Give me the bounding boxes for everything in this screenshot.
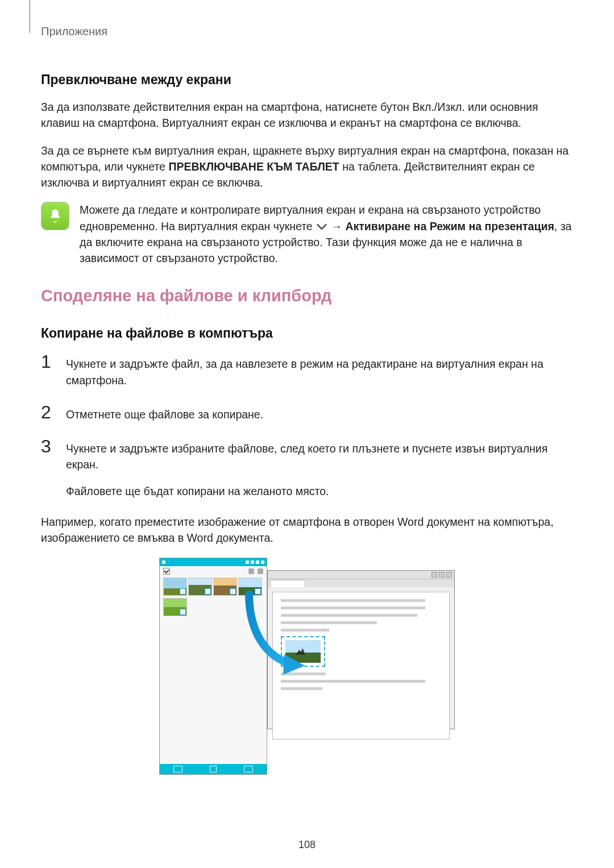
- thumbnail: [163, 598, 187, 616]
- window-controls: [268, 571, 454, 579]
- illustration-browser: [267, 570, 455, 729]
- text: Чукнете и задръжте избраните файлове, сл…: [66, 441, 573, 473]
- window-min-icon: [432, 572, 437, 578]
- glyph-icon: [258, 568, 263, 574]
- header-rule: [30, 0, 30, 33]
- para-switch-2: За да се върнете към виртуалния екран, щ…: [41, 143, 573, 191]
- phone-titlebar: [160, 558, 267, 566]
- step-1: 1 Чукнете и задръжте файл, за да навлезе…: [41, 352, 573, 388]
- text-line: [281, 599, 425, 602]
- check-icon: [255, 588, 261, 595]
- note-block: Можете да гледате и контролирате виртуал…: [41, 202, 573, 266]
- phone-thumbnails: [160, 575, 267, 618]
- step-number: 3: [41, 437, 57, 455]
- thumbnail: [188, 578, 212, 596]
- check-icon: [180, 609, 186, 615]
- step-number: 1: [41, 352, 57, 371]
- step-text: Отметнете още файлове за копиране.: [66, 403, 263, 422]
- text-line: [281, 680, 425, 683]
- text-line: [281, 607, 425, 609]
- text: →: [328, 220, 345, 232]
- text-line: [281, 614, 417, 617]
- nav-recent-icon: [173, 766, 182, 773]
- thumbnail: [163, 578, 187, 596]
- step-2: 2 Отметнете още файлове за копиране.: [41, 403, 573, 422]
- dropped-image: [285, 640, 321, 663]
- para-example: Например, когато преместите изображение …: [41, 514, 573, 546]
- check-icon: [180, 588, 186, 595]
- glyph-icon: [248, 568, 254, 574]
- bell-icon: [41, 202, 69, 230]
- note-text: Можете да гледате и контролирате виртуал…: [80, 202, 573, 266]
- heading-copy-files: Копиране на файлове в компютъра: [41, 326, 573, 341]
- step-text: Чукнете и задръжте файл, за да навлезете…: [66, 352, 573, 388]
- text-bold-switch-tablet: ПРЕВКЛЮЧВАНЕ КЪМ ТАБЛЕТ: [168, 160, 339, 173]
- nav-home-icon: [210, 766, 217, 773]
- document-body: [272, 592, 450, 740]
- para-switch-1: За да използвате действителния екран на …: [41, 99, 573, 131]
- check-icon: [205, 588, 211, 595]
- heading-switch-screens: Превключване между екрани: [41, 72, 573, 88]
- thumbnail: [238, 578, 262, 596]
- chevron-down-icon: [316, 221, 328, 233]
- nav-back-icon: [244, 766, 253, 773]
- drop-target: [281, 636, 325, 667]
- browser-tab: [270, 580, 305, 587]
- illustration-drag-drop: [159, 558, 455, 784]
- text-line: [281, 629, 329, 632]
- text: Файловете ще бъдат копирани на желаното …: [66, 483, 573, 499]
- heading-share-files: Споделяне на файлове и клипборд: [41, 286, 573, 305]
- check-icon: [230, 588, 236, 595]
- window-max-icon: [439, 572, 445, 578]
- steps-list: 1 Чукнете и задръжте файл, за да навлезе…: [41, 352, 573, 499]
- illustration-phone: [159, 558, 267, 775]
- step-text: Чукнете и задръжте избраните файлове, сл…: [66, 437, 573, 499]
- page-number: 108: [0, 839, 614, 851]
- checkbox-icon: [163, 568, 170, 575]
- phone-navbar: [160, 764, 267, 774]
- text-line: [281, 672, 326, 675]
- step-3: 3 Чукнете и задръжте избраните файлове, …: [41, 437, 573, 499]
- thumbnail: [213, 578, 237, 596]
- window-close-icon: [446, 572, 452, 578]
- phone-toolbar: [160, 566, 267, 575]
- text-line: [281, 621, 377, 624]
- step-number: 2: [41, 403, 57, 421]
- text-line: [281, 687, 322, 690]
- text-bold-presentation-mode: Активиране на Режим на презентация: [345, 220, 554, 232]
- section-label: Приложения: [41, 25, 573, 38]
- browser-tabs: [268, 579, 454, 587]
